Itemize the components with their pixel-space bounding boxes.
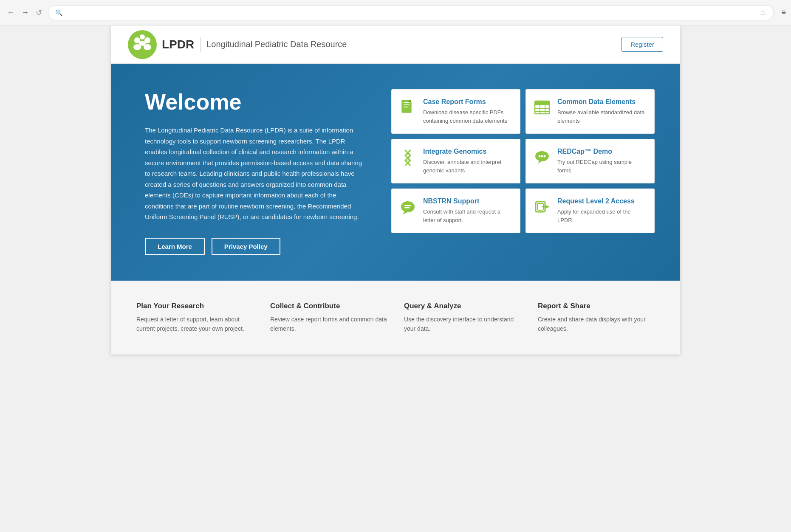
support-icon — [398, 197, 417, 216]
feature-card-nbstrn-support[interactable]: NBSTRN Support Consult with staff and re… — [391, 189, 520, 233]
svg-rect-10 — [404, 107, 408, 107]
feature-desc-common-data-elements: Browse available standardized data eleme… — [557, 108, 646, 125]
svg-point-27 — [401, 201, 415, 212]
hero-left: Welcome The Longitudinal Pediatric Data … — [145, 89, 366, 255]
search-icon: 🔍 — [55, 9, 62, 16]
svg-marker-23 — [538, 160, 543, 164]
register-button[interactable]: Register — [622, 37, 663, 52]
bottom-item-desc-collect: Review case report forms and common data… — [270, 315, 387, 334]
bottom-item-title-collect: Collect & Contribute — [270, 302, 387, 310]
bottom-item-plan: Plan Your Research Request a letter of s… — [136, 302, 253, 334]
forward-button[interactable]: → — [20, 6, 31, 19]
chat-icon — [533, 148, 551, 166]
feature-content-case-report-forms: Case Report Forms Download disease speci… — [423, 98, 511, 125]
feature-card-redcap-demo[interactable]: REDCap™ Demo Try out REDCap using sample… — [525, 139, 655, 183]
bottom-item-title-report: Report & Share — [538, 302, 655, 310]
site-header: LPDR Longitudinal Pediatric Data Resourc… — [111, 25, 680, 64]
svg-point-25 — [541, 155, 543, 158]
feature-content-common-data-elements: Common Data Elements Browse available st… — [557, 98, 646, 125]
dna-icon — [398, 148, 417, 166]
logo-full-name: Longitudinal Pediatric Data Resource — [206, 39, 347, 49]
hero-section: Welcome The Longitudinal Pediatric Data … — [111, 64, 680, 281]
address-input[interactable] — [66, 9, 756, 16]
hero-title: Welcome — [145, 89, 366, 115]
feature-title-common-data-elements: Common Data Elements — [557, 98, 646, 106]
feature-cards-grid: Case Report Forms Download disease speci… — [391, 89, 655, 233]
svg-rect-8 — [404, 102, 410, 103]
back-button[interactable]: ← — [5, 6, 16, 19]
bottom-item-collect: Collect & Contribute Review case report … — [270, 302, 387, 334]
svg-marker-28 — [403, 211, 410, 214]
bottom-item-desc-plan: Request a letter of support, learn about… — [136, 315, 253, 334]
feature-title-nbstrn-support: NBSTRN Support — [423, 197, 511, 205]
address-bar[interactable]: 🔍 ☆ — [48, 5, 774, 20]
feature-desc-nbstrn-support: Consult with staff and request a letter … — [423, 208, 511, 224]
feature-title-request-level2: Request Level 2 Access — [557, 197, 646, 205]
svg-point-6 — [139, 41, 146, 46]
bottom-item-desc-report: Create and share data displays with your… — [538, 315, 655, 334]
browser-chrome: ← → ↺ 🔍 ☆ ≡ — [0, 0, 791, 25]
browser-nav-buttons: ← → ↺ — [5, 6, 44, 19]
feature-content-request-level2: Request Level 2 Access Apply for expande… — [557, 197, 646, 224]
bottom-item-title-query: Query & Analyze — [404, 302, 521, 310]
feature-desc-integrate-genomics: Discover, annotate and interpret genomic… — [423, 158, 511, 175]
logo-area: LPDR Longitudinal Pediatric Data Resourc… — [128, 30, 347, 59]
svg-rect-18 — [535, 101, 549, 105]
page-container: LPDR Longitudinal Pediatric Data Resourc… — [111, 25, 680, 355]
logo-divider — [200, 37, 201, 52]
learn-more-button[interactable]: Learn More — [145, 238, 205, 255]
svg-rect-29 — [404, 205, 411, 206]
bookmark-icon[interactable]: ☆ — [760, 8, 766, 17]
svg-rect-11 — [409, 100, 411, 102]
hero-buttons: Learn More Privacy Policy — [145, 238, 366, 255]
access-icon — [533, 197, 551, 216]
feature-desc-case-report-forms: Download disease specific PDFs containin… — [423, 108, 511, 125]
feature-title-case-report-forms: Case Report Forms — [423, 98, 511, 106]
refresh-button[interactable]: ↺ — [34, 6, 44, 19]
feature-card-request-level2[interactable]: Request Level 2 Access Apply for expande… — [525, 189, 655, 233]
document-icon — [398, 98, 417, 117]
feature-desc-request-level2: Apply for expanded use of the LPDR. — [557, 208, 646, 224]
feature-desc-redcap-demo: Try out REDCap using sample forms — [557, 158, 646, 175]
feature-card-integrate-genomics[interactable]: Integrate Genomics Discover, annotate an… — [391, 139, 520, 183]
feature-content-redcap-demo: REDCap™ Demo Try out REDCap using sample… — [557, 148, 646, 175]
bottom-item-desc-query: Use the discovery interface to understan… — [404, 315, 521, 334]
feature-title-integrate-genomics: Integrate Genomics — [423, 148, 511, 155]
privacy-policy-button[interactable]: Privacy Policy — [212, 238, 280, 255]
logo-text-area: LPDR Longitudinal Pediatric Data Resourc… — [162, 37, 347, 52]
bottom-item-report: Report & Share Create and share data dis… — [538, 302, 655, 334]
svg-point-26 — [544, 155, 546, 158]
feature-card-common-data-elements[interactable]: Common Data Elements Browse available st… — [525, 89, 655, 134]
feature-content-nbstrn-support: NBSTRN Support Consult with staff and re… — [423, 197, 511, 224]
bottom-item-query: Query & Analyze Use the discovery interf… — [404, 302, 521, 334]
bottom-item-title-plan: Plan Your Research — [136, 302, 253, 310]
svg-point-5 — [140, 34, 145, 39]
table-icon — [533, 98, 551, 117]
logo-svg — [130, 32, 155, 57]
feature-card-case-report-forms[interactable]: Case Report Forms Download disease speci… — [391, 89, 520, 134]
logo-abbrev: LPDR — [162, 38, 194, 51]
bottom-section: Plan Your Research Request a letter of s… — [111, 281, 680, 355]
svg-point-24 — [539, 155, 541, 158]
svg-rect-9 — [404, 104, 410, 105]
menu-icon[interactable]: ≡ — [781, 8, 786, 17]
hero-description: The Longitudinal Pediatric Data Resource… — [145, 125, 366, 222]
logo-circle — [128, 30, 157, 59]
svg-rect-30 — [404, 207, 410, 208]
feature-title-redcap-demo: REDCap™ Demo — [557, 148, 646, 155]
feature-content-integrate-genomics: Integrate Genomics Discover, annotate an… — [423, 148, 511, 175]
